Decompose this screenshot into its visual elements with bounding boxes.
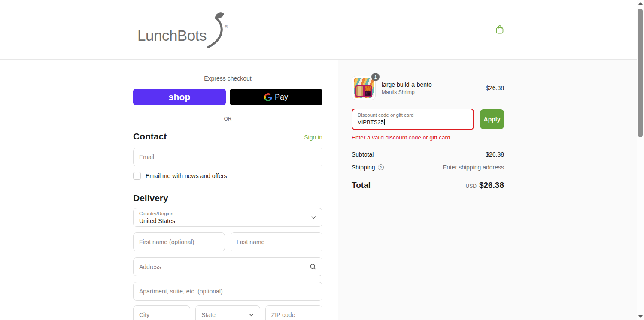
google-pay-button[interactable]: Pay bbox=[230, 89, 322, 105]
shipping-label: Shipping bbox=[352, 164, 375, 171]
express-checkout-buttons: shop Pay bbox=[133, 89, 322, 105]
help-icon[interactable]: ? bbox=[378, 164, 384, 170]
email-field[interactable] bbox=[133, 148, 322, 166]
subtotal-label: Subtotal bbox=[352, 151, 374, 158]
chevron-down-icon bbox=[311, 215, 316, 220]
apartment-field[interactable] bbox=[133, 282, 322, 301]
checkout-form-column: Express checkout shop Pay bbox=[0, 60, 338, 320]
newsletter-label: Email me with news and offers bbox=[146, 172, 227, 179]
discount-label: Discount code or gift card bbox=[358, 112, 468, 118]
apply-button[interactable]: Apply bbox=[480, 109, 504, 129]
scrollbar-thumb[interactable] bbox=[638, 9, 643, 137]
delivery-heading: Delivery bbox=[133, 193, 322, 203]
first-name-field[interactable] bbox=[133, 232, 225, 251]
currency-code: USD bbox=[466, 183, 477, 189]
logo-apple-swoosh-icon bbox=[205, 12, 227, 50]
text-caret bbox=[384, 119, 385, 125]
shop-pay-button[interactable]: shop bbox=[133, 89, 226, 105]
zip-code-field[interactable] bbox=[265, 305, 322, 320]
state-select[interactable]: State bbox=[195, 305, 260, 320]
product-thumbnail: 1 bbox=[352, 76, 376, 100]
header: LunchBots ® bbox=[0, 0, 644, 60]
country-label: Country/Region bbox=[139, 211, 307, 217]
google-pay-label: Pay bbox=[275, 93, 288, 102]
scroll-up-arrow[interactable] bbox=[637, 0, 644, 7]
city-field[interactable] bbox=[133, 305, 190, 320]
express-checkout-label: Express checkout bbox=[133, 75, 322, 82]
checkout-page: LunchBots ® Express checkout shop bbox=[0, 0, 644, 320]
page-scrollbar[interactable] bbox=[637, 0, 644, 320]
newsletter-checkbox[interactable] bbox=[133, 172, 141, 180]
country-value: United States bbox=[139, 217, 307, 224]
newsletter-row: Email me with news and offers bbox=[133, 172, 322, 180]
scroll-down-arrow[interactable] bbox=[637, 313, 644, 320]
subtotal-value: $26.38 bbox=[486, 151, 504, 158]
country-select[interactable]: Country/Region United States bbox=[133, 208, 322, 227]
store-logo[interactable]: LunchBots ® bbox=[137, 11, 230, 49]
order-summary: 1 large build-a-bento Mantis Shrimp $26.… bbox=[338, 60, 644, 320]
registered-mark: ® bbox=[225, 24, 228, 29]
discount-value: VIPBTS25 bbox=[358, 119, 384, 125]
or-label: OR bbox=[224, 116, 232, 122]
discount-error-message: Enter a valid discount code or gift card bbox=[352, 134, 504, 141]
shipping-value: Enter shipping address bbox=[443, 164, 504, 171]
chevron-down-icon bbox=[249, 312, 254, 318]
search-icon bbox=[310, 263, 317, 271]
product-price: $26.38 bbox=[486, 85, 504, 91]
state-placeholder: State bbox=[201, 311, 216, 318]
product-variant: Mantis Shrimp bbox=[382, 89, 486, 95]
cart-bag-icon[interactable] bbox=[495, 24, 505, 35]
or-divider: OR bbox=[133, 116, 322, 122]
shop-pay-label: shop bbox=[169, 92, 191, 102]
subtotal-row: Subtotal $26.38 bbox=[352, 151, 504, 158]
shipping-row: Shipping ? Enter shipping address bbox=[352, 164, 504, 171]
contact-heading: Contact bbox=[133, 131, 167, 142]
total-label: Total bbox=[352, 181, 371, 190]
cart-line-item: 1 large build-a-bento Mantis Shrimp $26.… bbox=[352, 76, 504, 100]
total-row: Total USD $26.38 bbox=[352, 181, 504, 190]
product-title: large build-a-bento bbox=[382, 81, 486, 88]
quantity-badge: 1 bbox=[371, 73, 380, 81]
address-field[interactable] bbox=[133, 257, 322, 276]
total-value: $26.38 bbox=[479, 181, 504, 190]
logo-text: LunchBots bbox=[137, 28, 207, 49]
last-name-field[interactable] bbox=[231, 232, 322, 251]
google-g-icon bbox=[264, 93, 272, 101]
sign-in-link[interactable]: Sign in bbox=[304, 134, 322, 141]
product-image bbox=[354, 78, 374, 98]
main-content: Express checkout shop Pay bbox=[0, 60, 644, 320]
discount-code-input[interactable]: Discount code or gift card VIPBTS25 bbox=[352, 109, 474, 130]
